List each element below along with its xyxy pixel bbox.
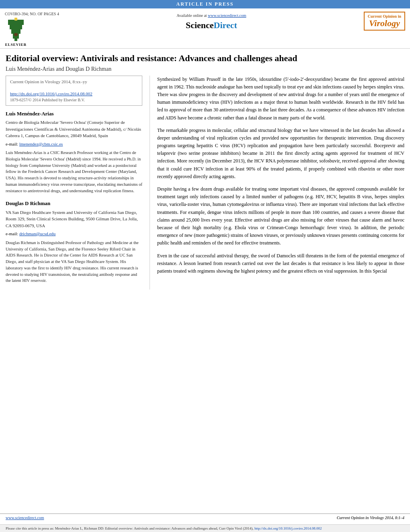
sciencedirect-url[interactable]: www.sciencedirect.com [208, 13, 246, 18]
top-center-section: Available online at www.sciencedirect.co… [176, 12, 246, 31]
coviro-label: COVIRO-394; NO. OF PAGES 4 [5, 12, 59, 16]
article-info-box: Current Opinion in Virology 2014, 8:xx–y… [6, 76, 142, 106]
article-authors: Luis Menéndez-Arias and Douglas D Richma… [6, 66, 404, 72]
footer-journal-ref: Current Opinion in Virology 2014, 8:1–4 [337, 516, 404, 520]
left-column: Current Opinion in Virology 2014, 8:xx–y… [6, 76, 142, 290]
author2-affiliation: VA San Diego Healthcare System and Unive… [6, 209, 142, 229]
top-right-section: Current Opinion in Virology [364, 12, 405, 31]
footer-website[interactable]: www.sciencedirect.com [6, 516, 44, 520]
right-column: Synthesized by William Prusoff in the la… [157, 76, 404, 290]
journal-badge: Current Opinion in Virology [364, 12, 405, 31]
paragraph-4: Even in the case of successful antiviral… [157, 252, 404, 275]
author-section-2: Douglas D Richman VA San Diego Healthcar… [6, 199, 142, 284]
elsevier-tree-icon [5, 18, 27, 42]
article-in-press-bar: ARTICLE IN PRESS [0, 0, 410, 8]
column-divider [150, 76, 150, 290]
issn-text: 1879-6257/© 2014 Published by Elsevier B… [10, 98, 138, 102]
citation-bar: Please cite this article in press as: Me… [0, 524, 410, 532]
author1-affiliation: Centro de Biología Molecular 'Severo Och… [6, 119, 142, 139]
author1-email[interactable]: lmenendez@cbm.csic.es [19, 142, 63, 146]
author1-bio: Luis Menéndez-Arias is a CSIC Research P… [6, 150, 142, 194]
elsevier-text: ELSEVIER [5, 43, 27, 47]
available-online-text: Available online at www.sciencedirect.co… [176, 13, 246, 18]
two-column-layout: Current Opinion in Virology 2014, 8:xx–y… [6, 76, 404, 290]
page-footer: www.sciencedirect.com Current Opinion in… [0, 514, 410, 520]
top-left-section: COVIRO-394; NO. OF PAGES 4 ELSEVIER [5, 12, 59, 47]
author2-name: Douglas D Richman [6, 199, 142, 207]
top-header-strip: COVIRO-394; NO. OF PAGES 4 ELSEVIER Avai… [0, 8, 410, 49]
paragraph-1: Synthesized by William Prusoff in the la… [157, 76, 404, 122]
doi-link[interactable]: http://dx.doi.org/10.1016/j.coviro.2014.… [10, 91, 138, 96]
paragraph-3: Despite having a few dozen drugs availab… [157, 185, 404, 247]
sciencedirect-logo: ScienceDirect [186, 20, 237, 31]
citation-text: Please cite this article in press as: Me… [6, 526, 254, 530]
journal-badge-virology: Virology [368, 18, 401, 28]
main-content: Editorial overview: Antivirals and resis… [0, 53, 410, 290]
author2-email[interactable]: drichman@ucsd.edu [19, 231, 55, 236]
journal-year: Current Opinion in Virology 2014, 8:xx–y… [10, 79, 138, 84]
author1-name: Luis Menéndez-Arias [6, 110, 142, 118]
elsevier-logo: ELSEVIER [5, 18, 27, 47]
author2-bio: Douglas Richman is Distinguished Profess… [6, 240, 142, 284]
paragraph-2: The remarkable progress in molecular, ce… [157, 127, 404, 181]
svg-point-6 [14, 33, 18, 36]
svg-rect-5 [14, 18, 17, 21]
article-title: Editorial overview: Antivirals and resis… [6, 53, 404, 64]
author-section-1: Luis Menéndez-Arias Centro de Biología M… [6, 110, 142, 194]
citation-doi-link[interactable]: http://dx.doi.org/10.1016/j.coviro.2014.… [254, 526, 322, 530]
